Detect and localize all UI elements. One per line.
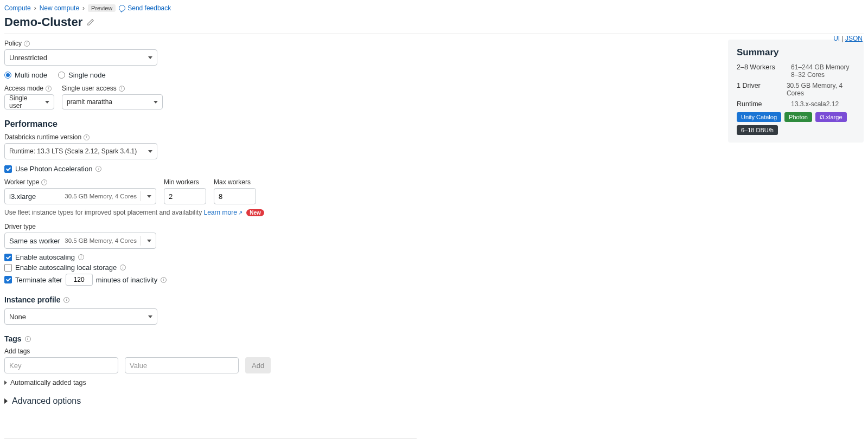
summary-panel: Summary 2–8 Workers 61–244 GB Memory 8–3… (728, 40, 864, 143)
single-node-radio[interactable]: Single node (58, 71, 106, 79)
fleet-hint-text: Use fleet instance types for improved sp… (4, 209, 202, 216)
runtime-label: Databricks runtime version (4, 133, 81, 141)
access-mode-label: Access mode (4, 85, 43, 92)
policy-label: Policy (4, 40, 22, 47)
info-icon[interactable] (46, 86, 52, 92)
photon-badge: Photon (784, 112, 812, 122)
summary-runtime-key: Runtime (737, 100, 786, 108)
info-icon[interactable] (41, 179, 47, 185)
info-icon[interactable] (78, 254, 84, 260)
view-ui-link[interactable]: UI (833, 35, 840, 42)
instance-profile-value: None (9, 313, 26, 321)
access-mode-select[interactable]: Single user (4, 94, 54, 109)
edit-icon[interactable] (87, 18, 94, 26)
breadcrumb-new-compute[interactable]: New compute (40, 4, 79, 12)
instance-profile-heading: Instance profile (4, 295, 60, 304)
runtime-value: Runtime: 13.3 LTS (Scala 2.12, Spark 3.4… (9, 147, 137, 155)
max-workers-label: Max workers (214, 178, 256, 186)
driver-type-meta: 30.5 GB Memory, 4 Cores (65, 237, 137, 244)
info-icon[interactable] (84, 134, 90, 140)
single-user-label: Single user access (62, 85, 117, 92)
enable-autoscaling-checkbox[interactable]: Enable autoscaling (4, 253, 417, 261)
terminate-after-checkbox[interactable] (4, 276, 12, 283)
chevron-down-icon (147, 240, 151, 242)
advanced-options-label: Advanced options (12, 396, 81, 406)
runtime-select[interactable]: Runtime: 13.3 LTS (Scala 2.12, Spark 3.4… (4, 143, 157, 159)
external-link-icon: ↗ (238, 210, 242, 216)
access-mode-value: Single user (9, 94, 42, 109)
summary-workers-key: 2–8 Workers (737, 63, 786, 79)
breadcrumb-sep: › (82, 4, 85, 12)
worker-type-meta: 30.5 GB Memory, 4 Cores (65, 193, 137, 199)
worker-type-label: Worker type (4, 178, 39, 186)
chevron-right-icon (4, 398, 8, 404)
max-workers-input[interactable] (214, 188, 256, 204)
driver-type-select[interactable]: Same as worker 30.5 GB Memory, 4 Cores (4, 233, 156, 249)
policy-select[interactable]: Unrestricted (4, 49, 157, 66)
info-icon[interactable] (120, 265, 126, 270)
auto-tags-label: Automatically added tags (10, 379, 86, 386)
add-tag-button[interactable]: Add (245, 357, 271, 373)
chevron-down-icon (148, 315, 152, 318)
chat-icon (119, 5, 125, 11)
summary-heading: Summary (737, 47, 855, 58)
tag-value-input[interactable] (125, 357, 239, 373)
dbu-badge: 6–18 DBU/h (737, 125, 778, 135)
view-json-link[interactable]: JSON (845, 35, 863, 42)
summary-driver-key: 1 Driver (737, 82, 781, 97)
terminate-suffix: minutes of inactivity (96, 276, 157, 284)
summary-driver-value: 30.5 GB Memory, 4 Cores (787, 82, 855, 97)
tag-key-input[interactable] (4, 357, 118, 373)
chevron-down-icon (148, 56, 152, 59)
terminate-prefix: Terminate after (15, 276, 62, 284)
info-icon[interactable] (119, 86, 125, 92)
instance-type-badge: i3.xlarge (815, 112, 847, 122)
new-badge: New (246, 209, 264, 216)
preview-pill: Preview (88, 4, 116, 12)
enable-autoscaling-storage-checkbox[interactable]: Enable autoscaling local storage (4, 263, 417, 272)
info-icon[interactable] (95, 166, 101, 172)
performance-heading: Performance (4, 119, 417, 129)
view-toggle: UI | JSON (833, 35, 863, 42)
chevron-right-icon (4, 380, 7, 385)
enable-autoscaling-label: Enable autoscaling (15, 253, 75, 261)
min-workers-label: Min workers (164, 178, 206, 186)
summary-runtime-value: 13.3.x-scala2.12 (791, 100, 839, 108)
summary-workers-memory: 61–244 GB Memory (791, 63, 849, 71)
policy-value: Unrestricted (9, 54, 47, 62)
min-workers-input[interactable] (164, 188, 206, 204)
breadcrumb-compute[interactable]: Compute (4, 4, 31, 12)
info-icon[interactable] (24, 41, 30, 47)
add-tags-label: Add tags (4, 347, 417, 355)
multi-node-label: Multi node (15, 71, 47, 79)
driver-type-label: Driver type (4, 223, 157, 230)
page-title: Demo-Cluster (4, 15, 82, 29)
instance-profile-select[interactable]: None (4, 308, 157, 325)
enable-autoscaling-storage-label: Enable autoscaling local storage (15, 263, 117, 272)
photon-label: Use Photon Acceleration (15, 165, 92, 173)
auto-tags-expander[interactable]: Automatically added tags (4, 379, 417, 386)
breadcrumb: Compute › New compute › Preview Send fee… (4, 4, 864, 12)
worker-type-select[interactable]: i3.xlarge 30.5 GB Memory, 4 Cores (4, 188, 156, 204)
info-icon[interactable] (161, 277, 167, 283)
tags-heading: Tags (4, 334, 22, 343)
info-icon[interactable] (63, 297, 69, 303)
learn-more-link[interactable]: Learn more↗ (204, 209, 242, 216)
photon-checkbox[interactable]: Use Photon Acceleration (4, 165, 417, 173)
multi-node-radio[interactable]: Multi node (4, 71, 47, 79)
send-feedback-link[interactable]: Send feedback (119, 4, 171, 12)
chevron-down-icon (147, 195, 151, 198)
chevron-down-icon (154, 101, 158, 104)
send-feedback-label: Send feedback (127, 4, 171, 12)
terminate-minutes-input[interactable] (66, 274, 93, 286)
chevron-down-icon (148, 150, 152, 153)
advanced-options-expander[interactable]: Advanced options (4, 396, 417, 406)
unity-catalog-badge: Unity Catalog (737, 112, 781, 122)
single-user-select[interactable]: pramit marattha (62, 94, 163, 109)
single-node-label: Single node (68, 71, 106, 79)
info-icon[interactable] (25, 336, 31, 342)
single-user-value: pramit marattha (67, 98, 112, 106)
summary-workers-cores: 8–32 Cores (791, 71, 849, 79)
driver-type-value: Same as worker (9, 237, 60, 245)
chevron-down-icon (45, 101, 49, 104)
